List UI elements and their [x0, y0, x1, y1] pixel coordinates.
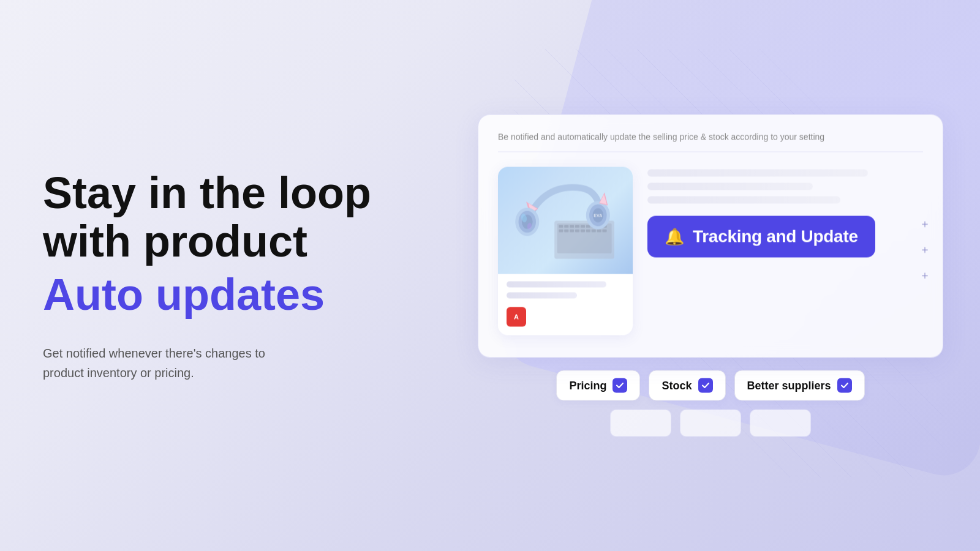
tag-better-suppliers: Better suppliers [734, 370, 865, 401]
card-subtitle: Be notified and automatically update the… [498, 132, 923, 152]
product-row: EVA A [498, 167, 923, 335]
tag-stock-check [698, 378, 713, 393]
product-info: A [498, 274, 633, 335]
svg-text:EVA: EVA [594, 213, 602, 218]
bottom-cards [478, 410, 943, 437]
detail-bars [647, 170, 923, 204]
detail-bar-2 [647, 183, 813, 190]
product-image: EVA [498, 167, 633, 274]
subtitle: Get notified whenever there's changes to… [43, 343, 371, 382]
right-panel: Be notified and automatically update the… [478, 114, 943, 437]
svg-rect-31 [597, 229, 601, 231]
svg-rect-25 [564, 229, 568, 231]
tag-stock-label: Stock [662, 379, 692, 392]
product-text-line-2 [507, 293, 577, 299]
tags-row: Pricing Stock Better suppliers [478, 370, 943, 401]
headline-line2: with product [43, 217, 371, 266]
svg-rect-16 [564, 225, 568, 227]
svg-rect-26 [570, 229, 574, 231]
tracking-update-button[interactable]: 🔔 Tracking and Update [647, 216, 875, 258]
tag-pricing-check [612, 378, 627, 393]
detail-bar-3 [647, 197, 840, 204]
bottom-card-1 [610, 410, 671, 437]
svg-rect-32 [602, 229, 606, 231]
left-content: Stay in the loop with product Auto updat… [43, 169, 371, 383]
plus-icon-3: ＋ [919, 268, 930, 282]
svg-rect-18 [575, 225, 579, 227]
plus-icon-2: ＋ [919, 242, 930, 257]
product-text-lines [507, 282, 624, 299]
svg-rect-30 [592, 229, 596, 231]
svg-rect-19 [581, 225, 585, 227]
subtitle-line1: Get notified whenever there's changes to [43, 346, 265, 359]
headline-line1: Stay in the loop [43, 169, 371, 217]
aliexpress-badge-text: A [514, 313, 519, 321]
svg-rect-27 [575, 229, 579, 231]
main-card: Be notified and automatically update the… [478, 114, 943, 358]
svg-rect-29 [586, 229, 590, 231]
aliexpress-badge: A [507, 307, 526, 327]
tag-better-suppliers-check [837, 378, 852, 393]
svg-rect-15 [559, 225, 563, 227]
svg-rect-28 [581, 229, 585, 231]
bottom-card-3 [750, 410, 811, 437]
product-card: EVA A [498, 167, 633, 335]
plus-icons: ＋ ＋ ＋ [919, 216, 930, 282]
tag-pricing: Pricing [556, 370, 640, 401]
product-details: 🔔 Tracking and Update [647, 167, 923, 258]
tag-pricing-label: Pricing [569, 379, 606, 392]
tag-stock: Stock [649, 370, 725, 401]
subtitle-line2: product inventory or pricing. [43, 365, 194, 379]
bottom-card-2 [680, 410, 741, 437]
svg-rect-17 [570, 225, 574, 227]
svg-rect-14 [557, 223, 612, 253]
product-logo: A [507, 307, 624, 327]
bell-icon: 🔔 [665, 227, 684, 246]
plus-icon-1: ＋ [919, 216, 930, 231]
tracking-button-label: Tracking and Update [693, 227, 858, 247]
headphones-illustration: EVA [510, 171, 620, 269]
tag-better-suppliers-label: Better suppliers [747, 379, 831, 392]
svg-rect-24 [559, 229, 563, 231]
headline-accent: Auto updates [43, 268, 371, 321]
product-text-line-1 [507, 282, 606, 288]
detail-bar-1 [647, 170, 868, 177]
